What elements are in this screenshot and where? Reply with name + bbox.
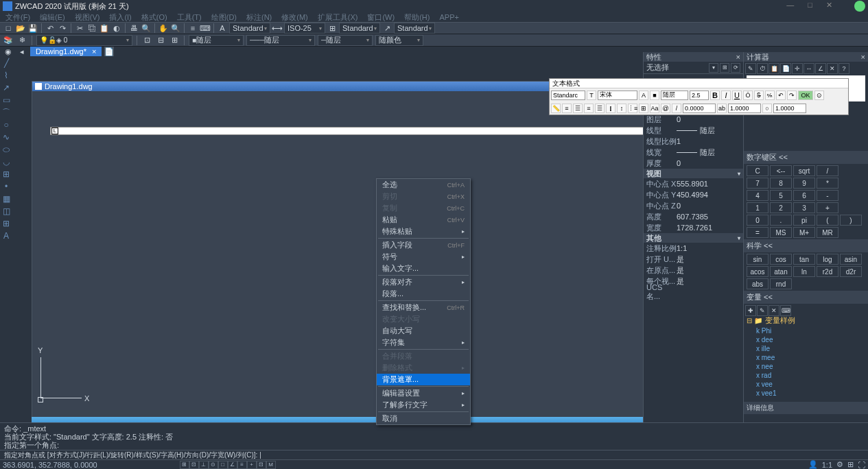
layeroff-icon[interactable]: ⊟ <box>155 35 166 46</box>
property-row[interactable]: 中心点 Y450.4994 <box>644 189 743 200</box>
calc-key[interactable]: M+ <box>793 227 815 238</box>
props-filter-icon[interactable]: ⟳ <box>731 63 740 73</box>
ortho-toggle[interactable]: ⊥ <box>199 461 209 469</box>
menu-item[interactable]: 扩展工具(X) <box>318 12 358 23</box>
calc-paste-icon[interactable]: 📄 <box>780 63 791 74</box>
plotcolor-combo[interactable]: 随颜色▾ <box>375 35 423 46</box>
home-icon[interactable]: ◉ <box>3 46 14 57</box>
property-row[interactable]: 打开 U...是 <box>644 254 743 265</box>
calc-key[interactable]: MR <box>817 227 838 238</box>
match-icon[interactable]: ◐ <box>111 23 122 34</box>
calc-clear-icon[interactable]: ✎ <box>745 63 756 74</box>
calc-group-numpad[interactable]: 数字键区 << <box>744 151 868 164</box>
var-del-icon[interactable]: ✕ <box>769 305 779 316</box>
menu-item[interactable]: 工具(T) <box>177 12 202 23</box>
var-item[interactable]: k Phi <box>747 326 865 335</box>
tf-redo-button[interactable]: ↷ <box>787 91 797 100</box>
property-row[interactable]: UCS 名... <box>644 287 743 298</box>
calc-key[interactable]: 8 <box>770 178 792 189</box>
spline-tool-icon[interactable]: ∿ <box>1 132 12 143</box>
tf-align-left-icon[interactable]: ≡ <box>562 104 572 113</box>
tf-font-combo[interactable]: 宋体 <box>598 91 637 100</box>
mleader-style-combo[interactable]: Standard▾ <box>394 23 435 34</box>
calc-key[interactable]: rnd <box>770 278 792 289</box>
calc-key[interactable]: C <box>747 165 769 176</box>
pline-tool-icon[interactable]: ⌇ <box>1 70 12 81</box>
tf-style-combo[interactable]: Standarc <box>551 91 585 100</box>
context-menu-item[interactable]: 段落... <box>377 288 470 300</box>
context-menu-item[interactable]: 符号▸ <box>377 251 470 263</box>
var-new-icon[interactable]: ✚ <box>745 305 756 316</box>
calc-key[interactable]: + <box>817 202 838 213</box>
tf-linespacing-icon[interactable]: ↕ <box>617 104 626 113</box>
calc-key[interactable]: log <box>817 254 838 265</box>
var-item[interactable]: x rad <box>747 371 865 380</box>
calc-key[interactable]: r2d <box>817 266 838 277</box>
tf-justify-icon[interactable]: ☰ <box>595 104 605 113</box>
command-prompt[interactable]: 指定对角点或 [对齐方式(J)/行距(L)/旋转(R)/样式(S)/字高(H)/… <box>0 450 868 459</box>
ellipse-tool-icon[interactable]: ⬭ <box>1 144 12 155</box>
calc-copy-icon[interactable]: 📋 <box>769 63 779 74</box>
property-row[interactable]: 中心点 X555.8901 <box>644 178 743 189</box>
calc-key[interactable]: sin <box>747 254 769 265</box>
tf-dist-icon[interactable]: ⫿ <box>606 104 615 113</box>
calc-key[interactable]: 2 <box>770 202 792 213</box>
property-row[interactable]: 注释比例1:1 <box>644 243 743 254</box>
tf-ok-button[interactable]: OK <box>798 91 813 100</box>
props-quick-icon[interactable]: ⊞ <box>720 63 729 73</box>
property-row[interactable]: 高度607.7385 <box>644 211 743 222</box>
table-style-combo[interactable]: Standard▾ <box>339 23 380 34</box>
tf-font-icon[interactable]: T <box>587 91 596 100</box>
lineweight-combo[interactable]: ─ 随层▾ <box>318 35 373 46</box>
menu-item[interactable]: APP+ <box>439 13 458 21</box>
property-row[interactable]: 图层0 <box>644 114 743 125</box>
tab-prev-icon[interactable]: ◂ <box>16 46 27 57</box>
calc-key[interactable]: 3 <box>793 202 815 213</box>
open-icon[interactable]: 📂 <box>15 23 26 34</box>
table-tool-icon[interactable]: ⊞ <box>1 218 12 229</box>
tf-italic-button[interactable]: I <box>721 91 731 100</box>
var-item[interactable]: x vee1 <box>747 389 865 398</box>
tf-field-icon[interactable]: ⊞ <box>639 104 648 113</box>
calc-history-icon[interactable]: ⏱ <box>757 63 768 74</box>
calc-key[interactable]: 0 <box>747 215 769 226</box>
layeriso-icon[interactable]: ⊡ <box>141 35 152 46</box>
calc-key[interactable]: * <box>817 178 838 189</box>
grid-toggle[interactable]: ⊡ <box>189 461 199 469</box>
context-menu-item[interactable]: 查找和替换...Ctrl+R <box>377 302 470 313</box>
layer-combo[interactable]: 💡🔓◈ 0▾ <box>36 35 132 46</box>
var-item[interactable]: x vee <box>747 380 865 389</box>
var-item[interactable]: x mee <box>747 353 865 362</box>
tf-width-input[interactable] <box>773 104 806 113</box>
cycle-toggle[interactable]: ⊡ <box>257 461 266 469</box>
dim-style-combo[interactable]: ISO-25▾ <box>284 23 325 34</box>
tf-numbering-icon[interactable]: ⋮≡ <box>628 104 637 113</box>
calc-group-var[interactable]: 变量 << <box>744 291 868 304</box>
status-scale[interactable]: 1:1 <box>822 461 832 469</box>
calc-key[interactable]: 7 <box>747 178 769 189</box>
hatch-tool-icon[interactable]: ▦ <box>1 193 12 204</box>
tf-ruler-icon[interactable]: 📏 <box>551 104 561 113</box>
calc-key[interactable]: 4 <box>747 190 769 201</box>
text-tool-icon[interactable]: A <box>1 230 12 241</box>
tf-annotative-icon[interactable]: A <box>639 91 648 100</box>
tf-oblique-icon[interactable]: / <box>672 104 681 113</box>
tab-close-icon[interactable]: × <box>92 47 96 56</box>
context-menu-item[interactable]: 粘贴Ctrl+V <box>377 214 470 226</box>
tf-oblique-input[interactable] <box>683 104 716 113</box>
context-menu-item[interactable]: 特殊粘贴▸ <box>377 226 470 237</box>
var-tree-root[interactable]: ⊟ 📁 变量样例 <box>747 315 865 326</box>
line-tool-icon[interactable]: ╱ <box>1 58 12 69</box>
tf-track-input[interactable] <box>728 104 761 113</box>
var-edit-icon[interactable]: ✎ <box>757 305 768 316</box>
tf-width-icon[interactable]: ○ <box>762 104 772 113</box>
pan-icon[interactable]: ✋ <box>158 23 169 34</box>
osnap-toggle[interactable]: □ <box>218 461 228 469</box>
calc-angle-icon[interactable]: ∠ <box>815 63 826 74</box>
menu-item[interactable]: 窗口(W) <box>367 12 395 23</box>
layer-manage-icon[interactable]: 📚 <box>3 35 14 46</box>
var-item[interactable]: x dee <box>747 335 865 344</box>
point-tool-icon[interactable]: • <box>1 181 12 192</box>
linetype-combo[interactable]: ─── 随层▾ <box>246 35 315 46</box>
calc-intersect-icon[interactable]: ✕ <box>827 63 838 74</box>
